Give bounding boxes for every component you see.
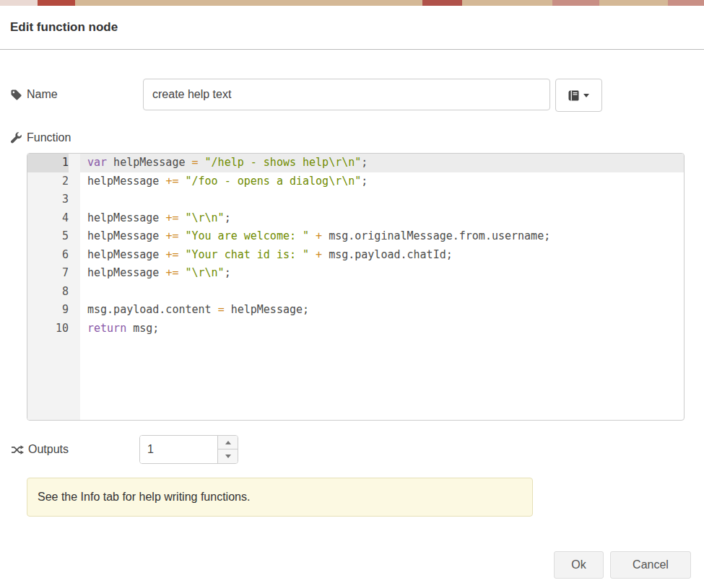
function-label: Function xyxy=(27,131,71,144)
code-token-plain: helpMessage xyxy=(87,266,165,279)
gutter-line-number: 10 xyxy=(27,320,69,338)
code-line[interactable]: helpMessage += "You are welcome: " + msg… xyxy=(80,227,684,246)
backdrop-fragment xyxy=(0,0,38,6)
code-token-plain: ; xyxy=(361,175,368,188)
code-token-plain xyxy=(309,248,316,261)
wrench-icon xyxy=(10,132,22,144)
code-editor[interactable]: 12345678910 var helpMessage = "/help - s… xyxy=(27,153,685,421)
code-token-operator: += xyxy=(165,229,178,242)
dialog-header: Edit function node xyxy=(0,6,704,50)
spinner-down-button[interactable] xyxy=(218,449,238,463)
code-line[interactable]: msg.payload.content = helpMessage; xyxy=(80,301,684,320)
function-label-row: Function xyxy=(10,129,71,146)
gutter-line-number: 3 xyxy=(27,190,69,209)
backdrop-fragment xyxy=(38,0,75,6)
caret-up-icon xyxy=(225,441,231,444)
gutter-line-number: 5 xyxy=(27,227,69,246)
code-line[interactable]: var helpMessage = "/help - shows help\r\… xyxy=(80,154,684,172)
caret-down-icon xyxy=(583,94,589,97)
outputs-label-row: Outputs xyxy=(12,435,69,464)
code-line[interactable]: helpMessage += "\r\n"; xyxy=(80,209,684,228)
gutter-line-number: 7 xyxy=(27,264,69,283)
code-token-plain: msg.payload.content xyxy=(87,303,218,316)
info-box: See the Info tab for help writing functi… xyxy=(27,478,533,517)
code-token-string: "/foo - opens a dialog\r\n" xyxy=(185,175,361,188)
code-line[interactable] xyxy=(80,190,684,209)
code-line[interactable]: helpMessage += "/foo - opens a dialog\r\… xyxy=(80,172,684,191)
code-token-keyword: var xyxy=(87,156,107,169)
editor-gutter: 12345678910 xyxy=(27,154,80,420)
code-token-keyword: return xyxy=(87,322,126,335)
code-token-operator: += xyxy=(165,211,178,224)
code-token-plain: helpMessage xyxy=(107,156,191,169)
code-line[interactable]: return msg; xyxy=(80,320,684,338)
code-token-plain: msg.payload.chatId; xyxy=(322,248,453,261)
editor-code[interactable]: var helpMessage = "/help - shows help\r\… xyxy=(80,154,684,420)
spinner-buttons xyxy=(217,436,238,463)
code-token-plain: helpMessage xyxy=(87,248,165,261)
backdrop-fragment xyxy=(552,0,599,6)
code-token-plain: msg; xyxy=(126,322,159,335)
code-token-plain: ; xyxy=(225,211,231,224)
book-icon xyxy=(568,90,579,101)
gutter-line-number: 2 xyxy=(27,172,69,191)
spinner-up-button[interactable] xyxy=(218,436,238,449)
code-token-string: "\r\n" xyxy=(185,266,224,279)
code-token-string: "You are welcome: " xyxy=(185,229,309,242)
code-line[interactable] xyxy=(80,283,684,302)
code-token-plain: helpMessage; xyxy=(225,303,309,316)
gutter-line-number: 4 xyxy=(27,209,69,228)
code-line[interactable]: helpMessage += "\r\n"; xyxy=(80,264,684,283)
gutter-line-number: 8 xyxy=(27,283,69,302)
outputs-spinner xyxy=(139,435,238,464)
tag-icon xyxy=(10,89,22,100)
code-token-plain: msg.originalMessage.from.username; xyxy=(322,229,550,242)
code-token-string: "\r\n" xyxy=(185,211,224,224)
code-token-string: "/help - shows help\r\n" xyxy=(205,156,362,169)
outputs-label: Outputs xyxy=(28,443,69,456)
code-token-plain: ; xyxy=(225,266,231,279)
library-button[interactable] xyxy=(555,79,602,112)
code-token-operator: + xyxy=(316,248,322,261)
code-token-operator: = xyxy=(218,303,225,316)
code-token-plain xyxy=(309,229,316,242)
backdrop-fragment xyxy=(422,0,462,6)
shuffle-icon xyxy=(12,444,24,455)
outputs-input[interactable] xyxy=(140,436,217,463)
ok-button[interactable]: Ok xyxy=(554,551,604,579)
gutter-line-number: 1 xyxy=(27,154,69,172)
code-token-plain: helpMessage xyxy=(87,229,165,242)
caret-down-icon xyxy=(225,455,231,458)
code-token-string: "Your chat id is: " xyxy=(185,248,309,261)
code-token-operator: + xyxy=(316,229,322,242)
gutter-line-number: 9 xyxy=(27,301,69,320)
info-text: See the Info tab for help writing functi… xyxy=(38,491,250,504)
code-token-plain: helpMessage xyxy=(87,211,165,224)
name-label-row: Name xyxy=(10,79,58,110)
code-token-plain xyxy=(199,156,205,169)
gutter-line-number: 6 xyxy=(27,246,69,265)
name-label: Name xyxy=(27,88,58,101)
code-token-operator: += xyxy=(165,248,178,261)
code-token-operator: = xyxy=(192,156,199,169)
cancel-button[interactable]: Cancel xyxy=(610,551,691,579)
dialog-title: Edit function node xyxy=(10,20,118,35)
page-backdrop xyxy=(0,0,704,6)
backdrop-fragment xyxy=(668,0,704,6)
code-token-operator: += xyxy=(165,266,178,279)
code-line[interactable]: helpMessage += "Your chat id is: " + msg… xyxy=(80,246,684,265)
code-token-operator: += xyxy=(165,175,178,188)
code-token-plain: ; xyxy=(361,156,368,169)
edit-function-dialog: Edit function node Name xyxy=(0,6,704,588)
code-token-plain: helpMessage xyxy=(87,175,165,188)
name-input[interactable] xyxy=(143,79,550,110)
